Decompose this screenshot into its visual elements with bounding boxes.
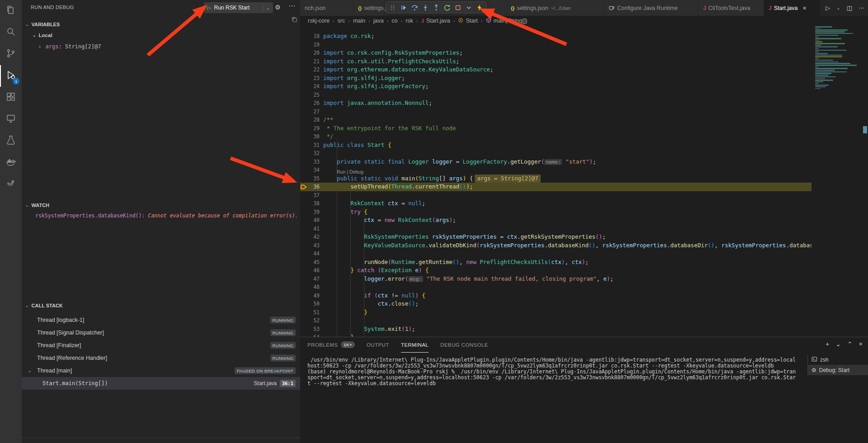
stop-icon[interactable] [453, 3, 463, 13]
code-editor[interactable]: Run | Debug 18package co.rsk;1920import … [300, 26, 811, 337]
maximize-panel-icon[interactable]: ⌃ [847, 340, 853, 348]
variables-section-header[interactable]: ⌄ VARIABLES [25, 22, 60, 27]
breadcrumb-item[interactable]: JStart.java [421, 18, 450, 24]
code-line-23[interactable]: 23import org.slf4j.Logger; [300, 74, 811, 83]
code-line-43[interactable]: 43 KeyValueDataSource.validateDbKind(rsk… [300, 241, 811, 250]
activity-bar-item-remote-explorer[interactable] [0, 108, 22, 130]
breadcrumb-item[interactable]: main [353, 18, 365, 24]
terminal-output[interactable]: /usr/bin/env /Library/Internet\ Plug-Ins… [307, 357, 807, 386]
restart-icon[interactable] [442, 3, 452, 13]
activity-bar-item-run-and-debug[interactable]: 1 [0, 65, 22, 87]
code-line-20[interactable]: 20import co.rsk.config.RskSystemProperti… [300, 49, 811, 57]
code-line-48[interactable]: 48 [300, 283, 811, 292]
breadcrumb-item[interactable]: rsk [406, 18, 413, 24]
variables-scope-local[interactable]: ⌄ Local [33, 33, 52, 38]
code-line-21[interactable]: 21import co.rsk.util.PreflightChecksUtil… [300, 57, 811, 66]
watch-expression-row[interactable]: rskSystemProperties.databaseKind(): Cann… [35, 212, 297, 219]
variable-args[interactable]: › args: String[2]@7 [39, 43, 101, 50]
code-line-22[interactable]: 22import org.ethereum.datasource.KeyValu… [300, 66, 811, 74]
new-terminal-icon[interactable]: + [826, 340, 829, 348]
activity-bar-item-explorer[interactable] [0, 0, 22, 22]
run-or-debug-icon[interactable]: ▷ [826, 5, 830, 11]
watch-section-header[interactable]: ⌄ WATCH [25, 203, 49, 208]
code-line-45[interactable]: 45 runNode(Runtime.getRuntime(), new Pre… [300, 258, 811, 267]
code-line-49[interactable]: 49 if (ctx != null) { [300, 292, 811, 300]
breadcrumb-item[interactable]: rskj-core [308, 18, 330, 24]
call-stack-thread[interactable]: Thread [Finalizer]RUNNING [22, 339, 300, 352]
overview-ruler[interactable] [862, 26, 868, 337]
code-line-31[interactable]: 31public class Start { [300, 141, 811, 150]
code-line-19[interactable]: 19 [300, 41, 811, 49]
terminal-instance-zsh[interactable]: zsh [808, 354, 868, 365]
code-line-38[interactable]: 38 RskContext ctx = null; [300, 199, 811, 208]
code-line-41[interactable]: 41 [300, 225, 811, 233]
panel-tab-output[interactable]: OUTPUT [367, 337, 389, 353]
code-line-32[interactable]: 32 [300, 149, 811, 158]
code-line-28[interactable]: 28/** [300, 116, 811, 124]
continue-icon[interactable] [399, 3, 409, 13]
code-line-54[interactable]: 54 } [300, 333, 811, 337]
close-icon[interactable]: × [803, 5, 807, 12]
call-stack-thread[interactable]: Thread [Signal Dispatcher]RUNNING [22, 326, 300, 339]
code-line-35[interactable]: 35 public static void main(String[] args… [300, 174, 811, 183]
activity-bar-item-search[interactable] [0, 22, 22, 43]
close-panel-icon[interactable]: × [859, 340, 863, 348]
breadcrumb-item[interactable]: co [392, 18, 397, 24]
hot-code-replace-icon[interactable] [475, 3, 485, 13]
breadcrumb-item[interactable]: main(String[]) [486, 18, 528, 24]
code-line-18[interactable]: 18package co.rsk; [300, 32, 811, 41]
views-more-actions-icon[interactable]: ⋯ [288, 2, 295, 10]
code-line-50[interactable]: 50 ctx.close(); [300, 300, 811, 308]
minimap[interactable] [811, 26, 862, 337]
code-line-39[interactable]: 39 try { [300, 208, 811, 217]
step-over-icon[interactable] [410, 3, 420, 13]
step-out-icon[interactable] [431, 3, 441, 13]
stop-menu-icon[interactable] [464, 3, 474, 13]
editor-tab-configure-java-runtime[interactable]: Configure Java Runtime [604, 0, 698, 16]
activity-bar-item-gradle[interactable] [0, 174, 22, 195]
code-line-25[interactable]: 25 [300, 91, 811, 99]
breadcrumb-item[interactable]: src [338, 18, 345, 24]
editor-tab-settings-json[interactable]: {}settings.json~/.../User [506, 0, 604, 16]
code-line-42[interactable]: 42 RskSystemProperties rskSystemProperti… [300, 233, 811, 241]
panel-tab-terminal[interactable]: TERMINAL [401, 337, 429, 353]
editor-tab-nch-json[interactable]: nch.json [300, 0, 354, 16]
chevron-down-icon[interactable]: ⌄ [263, 5, 270, 10]
code-line-53[interactable]: 53 System.exit(1); [300, 325, 811, 334]
more-actions-icon[interactable]: ⋯ [859, 5, 864, 11]
code-line-33[interactable]: 33 private static final Logger logger = … [300, 158, 811, 166]
code-line-26[interactable]: 26import javax.annotation.Nonnull; [300, 99, 811, 108]
code-line-24[interactable]: 24import org.slf4j.LoggerFactory; [300, 82, 811, 91]
code-line-29[interactable]: 29 * The entrypoint for the RSK full nod… [300, 124, 811, 133]
step-into-icon[interactable] [420, 3, 430, 13]
code-line-36[interactable]: 36 setUpThread(Thread.currentThread()); [300, 183, 811, 191]
terminal-dropdown-icon[interactable]: ⌄ [835, 340, 841, 348]
code-line-34[interactable]: 34 [300, 166, 811, 174]
run-debug-codelens[interactable]: Run | Debug [337, 169, 363, 174]
debug-settings-gear-icon[interactable]: ⚙ [275, 4, 281, 11]
code-line-47[interactable]: 47 logger.error(msg: "The RSK node main … [300, 275, 811, 283]
call-stack-frame[interactable]: Start.main(String[])Start.java36:1 [22, 377, 300, 390]
call-stack-section-header[interactable]: ⌄ CALL STACK [25, 303, 63, 308]
editor-tab-clitoolstest-java[interactable]: JCliToolsTest.java [698, 0, 764, 16]
code-line-44[interactable]: 44 [300, 250, 811, 258]
editors-stack-icon[interactable] [291, 16, 297, 24]
breadcrumb-item[interactable]: java [373, 18, 384, 24]
code-line-37[interactable]: 37 [300, 191, 811, 200]
call-stack-thread[interactable]: Thread [logback-1]RUNNING [22, 314, 300, 326]
launch-configuration-dropdown[interactable]: ▷ Run RSK Start ⌄ [204, 2, 273, 13]
panel-tab-problems[interactable]: PROBLEMS1K+ [307, 337, 355, 353]
current-line-breakpoint-icon[interactable] [300, 183, 307, 191]
code-line-51[interactable]: 51 } [300, 308, 811, 317]
activity-bar-item-extensions[interactable] [0, 87, 22, 108]
code-line-30[interactable]: 30 */ [300, 132, 811, 141]
code-line-27[interactable]: 27 [300, 108, 811, 116]
call-stack-thread[interactable]: ⌄Thread [main]PAUSED ON BREAKPOINT [22, 364, 300, 377]
breadcrumb-item[interactable]: Start [458, 18, 477, 24]
split-editor-icon[interactable]: ◫ [847, 5, 852, 11]
code-line-40[interactable]: 40 ctx = new RskContext(args); [300, 216, 811, 225]
terminal-instance-debug-start[interactable]: ⚙Debug: Start [808, 365, 868, 375]
panel-tab-debug-console[interactable]: DEBUG CONSOLE [440, 337, 488, 353]
run-dropdown-icon[interactable]: ⌄ [836, 5, 840, 10]
code-line-52[interactable]: 52 [300, 316, 811, 325]
